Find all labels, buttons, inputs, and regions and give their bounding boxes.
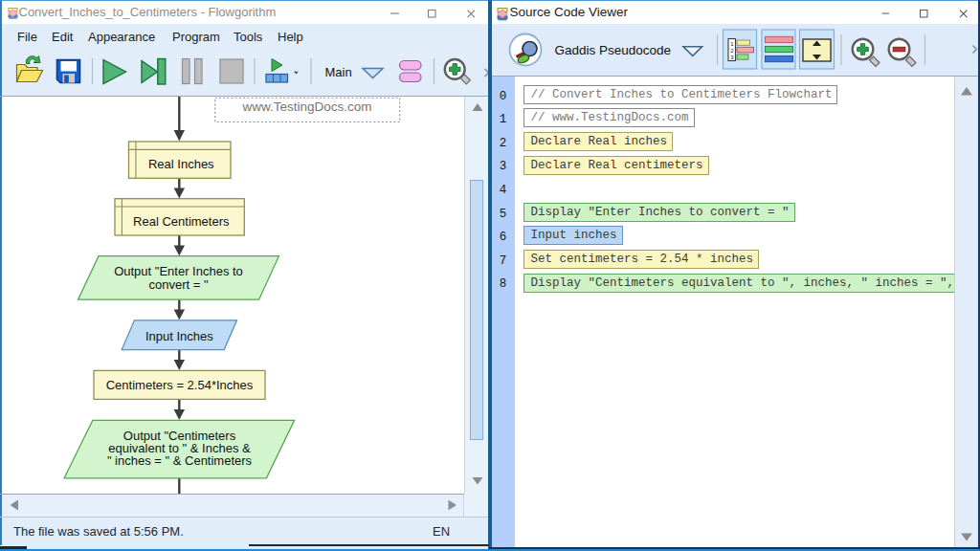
- svg-text:Real Centimeters: Real Centimeters: [133, 214, 230, 229]
- svg-text:" inches = " & Centimeters: " inches = " & Centimeters: [107, 453, 253, 468]
- svg-text:Output "Enter Inches to: Output "Enter Inches to: [114, 264, 243, 278]
- svg-text:Centimeters = 2.54*Inches: Centimeters = 2.54*Inches: [106, 378, 254, 392]
- svg-text:www.TestingDocs.com: www.TestingDocs.com: [241, 99, 371, 114]
- svg-text:Input Inches: Input Inches: [145, 329, 213, 343]
- svg-text:convert = ": convert = ": [148, 277, 208, 292]
- svg-text:Real Inches: Real Inches: [148, 157, 214, 171]
